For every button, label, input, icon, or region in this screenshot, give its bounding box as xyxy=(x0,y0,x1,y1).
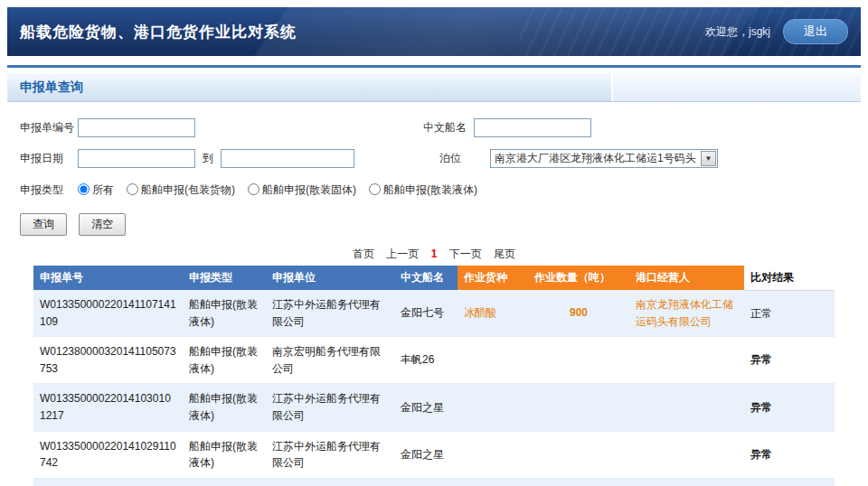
radio-type-bulk-liquid-input[interactable] xyxy=(369,183,381,195)
form-row-1-right: 中文船名 xyxy=(423,118,591,137)
cell-quantity: 900 xyxy=(528,290,629,337)
chevron-down-icon: ▼ xyxy=(701,151,716,166)
app-title: 船载危险货物、港口危货作业比对系统 xyxy=(20,22,297,42)
cell-cargo: 甲醇 xyxy=(458,478,528,486)
form-row-3: 申报类型 所有 船舶申报(包装货物) 船舶申报(散装固体) 船舶申报(散装液体) xyxy=(20,182,855,198)
declaration-no-input[interactable] xyxy=(78,118,195,137)
cell-company: 江苏中外运船务代理有限公司 xyxy=(266,290,394,337)
radio-type-packaged-input[interactable] xyxy=(127,183,138,195)
cell-operator: 南京龙翔液体化工储运码头有限公司 xyxy=(629,290,744,337)
radio-type-all-input[interactable] xyxy=(78,183,90,195)
cell-cargo xyxy=(458,337,528,384)
table-header-row: 申报单号 申报类型 申报单位 中文船名 作业货种 作业数量（吨） 港口经营人 比… xyxy=(33,266,835,290)
date-to-label: 到 xyxy=(203,151,213,166)
section-bar: 申报单查询 xyxy=(7,73,861,102)
cell-declaration-no: W013350000220141107141109 xyxy=(33,290,183,337)
page: 船载危险货物、港口危货作业比对系统 欢迎您，jsgkj 退出 申报单查询 申报单… xyxy=(0,0,868,486)
button-row: 查询 清空 xyxy=(20,213,855,236)
app-header: 船载危险货物、港口危货作业比对系统 欢迎您，jsgkj 退出 xyxy=(7,7,861,56)
cell-type: 船舶申报(散装液体) xyxy=(183,290,266,337)
current-page: 1 xyxy=(431,248,438,260)
next-page-link[interactable]: 下一页 xyxy=(449,248,482,260)
cell-declaration-no: W013350000220141030101217 xyxy=(33,384,183,431)
clear-button[interactable]: 清空 xyxy=(79,213,126,236)
col-header-company: 申报单位 xyxy=(266,266,394,290)
radio-type-packaged[interactable]: 船舶申报(包装货物) xyxy=(127,182,235,198)
berth-label: 泊位 xyxy=(439,151,490,166)
cell-declaration-no: W015140000220141028122151 xyxy=(33,478,183,486)
berth-select[interactable]: 南京港大厂港区龙翔液体化工储运1号码头 ▼ xyxy=(490,149,718,168)
cell-operator xyxy=(629,337,744,384)
cell-operator: 南京龙翔液体化工储运码头有限公司 xyxy=(629,478,744,486)
query-form: 申报单编号 中文船名 申报日期 到 泊位 南京港大厂港区龙翔液体化工储运1号码头… xyxy=(7,102,861,236)
section-bar-main: 申报单查询 xyxy=(7,73,613,101)
cell-ship: 金阳之星 xyxy=(394,384,458,431)
cell-result: 异常 xyxy=(744,384,835,431)
cell-quantity xyxy=(528,337,629,384)
cell-declaration-no: W012380000320141105073753 xyxy=(33,337,183,384)
table-row: W013350000220141029110742 船舶申报(散装液体) 江苏中… xyxy=(33,431,835,478)
cell-type: 船舶申报(散装液体) xyxy=(183,478,266,486)
ship-name-label: 中文船名 xyxy=(423,120,474,136)
radio-type-bulk-liquid[interactable]: 船舶申报(散装液体) xyxy=(369,182,477,198)
page-title: 申报单查询 xyxy=(20,79,83,96)
cell-cargo: 冰醋酸 xyxy=(458,290,528,337)
col-header-ship: 中文船名 xyxy=(394,266,458,290)
radio-type-bulk-solid-input[interactable] xyxy=(248,183,259,195)
radio-type-bulk-solid[interactable]: 船舶申报(散装固体) xyxy=(248,182,356,198)
declare-type-label: 申报类型 xyxy=(20,182,78,198)
logout-button[interactable]: 退出 xyxy=(783,19,848,44)
cell-quantity xyxy=(528,431,629,478)
query-button[interactable]: 查询 xyxy=(20,213,67,236)
col-header-declaration-no: 申报单号 xyxy=(33,266,183,290)
col-header-result: 比对结果 xyxy=(744,266,835,290)
cell-company: 江苏中外运船务代理有限公司 xyxy=(266,431,394,478)
form-row-2-right: 泊位 南京港大厂港区龙翔液体化工储运1号码头 ▼ xyxy=(439,149,718,168)
date-to-input[interactable] xyxy=(221,149,354,168)
col-header-operator: 港口经营人 xyxy=(629,266,744,290)
prev-page-link[interactable]: 上一页 xyxy=(386,248,419,260)
cell-quantity xyxy=(528,384,629,431)
cell-cargo xyxy=(458,431,528,478)
cell-type: 船舶申报(散装液体) xyxy=(183,384,266,431)
ship-name-input[interactable] xyxy=(474,118,591,137)
section-bar-side xyxy=(613,73,861,101)
cell-declaration-no: W013350000220141029110742 xyxy=(33,431,183,478)
cell-company: 江苏中外运船务代理有限公司 xyxy=(266,384,394,431)
date-label: 申报日期 xyxy=(20,151,78,166)
form-row-2: 申报日期 到 泊位 南京港大厂港区龙翔液体化工储运1号码头 ▼ xyxy=(20,149,855,168)
cell-result: 正常 xyxy=(744,478,835,486)
results-table: 申报单号 申报类型 申报单位 中文船名 作业货种 作业数量（吨） 港口经营人 比… xyxy=(33,266,835,486)
col-header-cargo: 作业货种 xyxy=(458,266,528,290)
cell-result: 异常 xyxy=(744,337,835,384)
radio-type-bulk-liquid-label: 船舶申报(散装液体) xyxy=(383,183,477,196)
table-row: W012380000320141105073753 船舶申报(散装液体) 南京宏… xyxy=(33,337,835,384)
cell-operator xyxy=(629,384,744,431)
cell-ship: 金阳七号 xyxy=(394,290,458,337)
radio-type-all[interactable]: 所有 xyxy=(78,182,114,198)
pagination: 首页 上一页 1 下一页 尾页 xyxy=(33,247,835,262)
col-header-quantity: 作业数量（吨） xyxy=(528,266,629,290)
cell-cargo xyxy=(458,384,528,431)
radio-type-packaged-label: 船舶申报(包装货物) xyxy=(141,183,235,196)
form-row-1: 申报单编号 中文船名 xyxy=(20,118,855,137)
cell-ship: 丰帆26 xyxy=(394,337,458,384)
last-page-link[interactable]: 尾页 xyxy=(494,248,515,260)
cell-quantity: 600 xyxy=(528,478,629,486)
date-from-input[interactable] xyxy=(78,149,195,168)
col-header-type: 申报类型 xyxy=(183,266,266,290)
welcome-text: 欢迎您，jsgkj xyxy=(705,24,770,40)
declaration-no-label: 申报单编号 xyxy=(20,120,78,136)
table-row: W013350000220141030101217 船舶申报(散装液体) 江苏中… xyxy=(33,384,835,431)
cell-ship: 赣东港化166 xyxy=(394,478,458,486)
cell-type: 船舶申报(散装液体) xyxy=(183,337,266,384)
cell-company: 南京宏明船务代理有限公司 xyxy=(266,337,394,384)
berth-select-value: 南京港大厂港区龙翔液体化工储运1号码头 xyxy=(491,151,701,166)
cell-ship: 金阳之星 xyxy=(394,431,458,478)
cell-company: 江西东港航运有限公司 xyxy=(266,478,394,486)
cell-result: 正常 xyxy=(744,290,835,337)
first-page-link[interactable]: 首页 xyxy=(353,248,374,260)
cell-type: 船舶申报(散装液体) xyxy=(183,431,266,478)
header-right: 欢迎您，jsgkj 退出 xyxy=(705,19,848,44)
cell-result: 异常 xyxy=(744,431,835,478)
